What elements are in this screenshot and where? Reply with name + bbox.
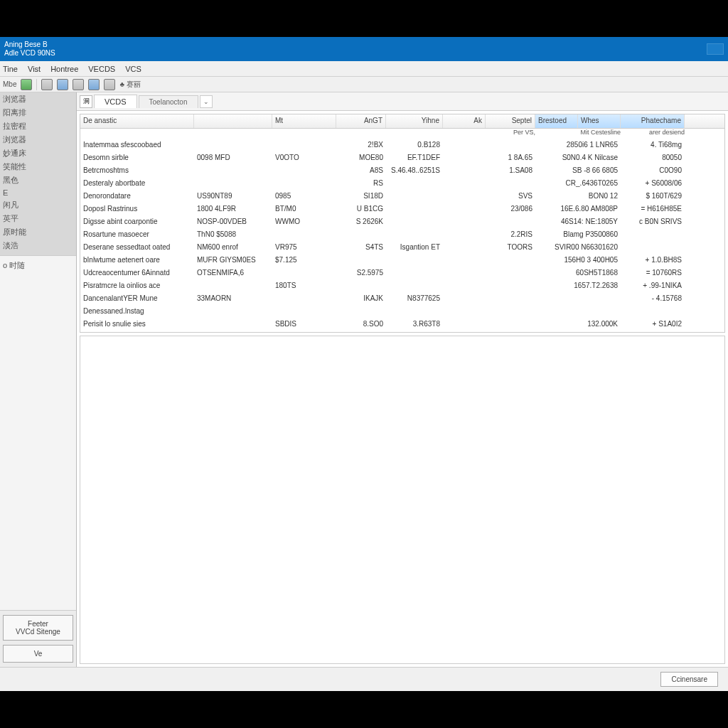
tab-secondary[interactable]: Toelanocton (139, 95, 198, 108)
cell: S 2626K (336, 217, 386, 230)
sidebar-lower-item[interactable]: o 时随 (0, 256, 76, 272)
sidebar-item[interactable]: 笑能性 (0, 160, 76, 173)
toolbar-icon[interactable] (21, 79, 32, 90)
cell: S2.5975 (336, 268, 386, 281)
table-row[interactable]: Desteraly abortbateRSCR_.6436T0265+ S600… (80, 178, 724, 191)
sidebar-spacer: o 时随 (0, 255, 76, 610)
sidebar-item[interactable]: E (0, 187, 76, 198)
table-row[interactable]: Perisit lo snulie siesSBDIS8.SO03.R63T81… (80, 319, 724, 332)
col-header[interactable]: AnGT (336, 114, 386, 128)
cell: BT/M0 (272, 204, 336, 217)
cell (194, 166, 272, 178)
table-row[interactable]: Inatemmaa sfescoobaed2!BX0.B1282850i6 1 … (80, 140, 724, 153)
ve-button[interactable]: Ve (3, 645, 73, 663)
cell (621, 242, 685, 255)
cell: Betrcmoshtms (80, 166, 194, 178)
cell: TOORS (486, 242, 535, 255)
table-row[interactable]: BetrcmoshtmsA8SS.46.48..6251S1.SA08SB -8… (80, 166, 724, 178)
col-header[interactable]: Ak (443, 114, 486, 128)
col-header[interactable]: Mt (272, 114, 336, 128)
col-header-hl[interactable]: Phatechame (621, 114, 685, 128)
cell: 1657.T2.2638 (535, 281, 621, 294)
cell: WWMO (272, 217, 336, 230)
cell (443, 306, 486, 319)
cell: = H616H85E (621, 204, 685, 217)
toolbar-icon[interactable] (73, 79, 84, 90)
table-row[interactable]: DancenalantYER Mune33MAORNIKAJKN8377625-… (80, 294, 724, 306)
menu-item[interactable]: Vist (28, 65, 41, 73)
table-row[interactable]: Pisratmcre la oinlios ace180TS1657.T2.26… (80, 281, 724, 294)
cell: US90NT89 (194, 191, 272, 204)
cell: RS (336, 178, 386, 191)
sidebar-item[interactable]: 阳离排 (0, 106, 76, 119)
cell (443, 281, 486, 294)
cell: DancenalantYER Mune (80, 294, 194, 306)
col-header[interactable]: Septel (486, 114, 535, 128)
col-header-hl[interactable]: Whes (578, 114, 621, 128)
table-row[interactable]: DenorondatareUS90NT890985SI18DSVSBON0 12… (80, 191, 724, 204)
menu-item[interactable]: VECDS (88, 65, 115, 73)
sidebar-item[interactable]: 英平 (0, 212, 76, 225)
sidebar-item[interactable]: 淡浩 (0, 239, 76, 252)
cell: 2850i6 1 LNR65 (535, 140, 621, 153)
menu-item[interactable]: VCS (125, 65, 141, 73)
col-header[interactable]: Yihne (386, 114, 443, 128)
sidebar-item[interactable]: 闲凡 (0, 198, 76, 212)
sidebar-item[interactable]: 原时能 (0, 225, 76, 239)
cell: SBDIS (272, 319, 336, 332)
settings-button[interactable]: Feeter VVCd Sitenge (3, 615, 73, 641)
toolbar-icon[interactable] (104, 79, 115, 90)
table-row[interactable]: Doposl Rastrinus1800 4LF9RBT/M0U B1CG23/… (80, 204, 724, 217)
cell: Inatemmaa sfescoobaed (80, 140, 194, 153)
sidebar-item[interactable]: 黑色 (0, 173, 76, 187)
menu-item[interactable]: Hontree (50, 65, 78, 73)
cell (443, 204, 486, 217)
table-row[interactable]: bInlwtume aetenert oareMUFR GIYSM0ES$7.1… (80, 255, 724, 268)
cell: 2.2RIS (486, 230, 535, 242)
menu-item[interactable]: Tine (3, 65, 18, 73)
cell (486, 319, 535, 332)
tab-home-icon[interactable]: 洞 (80, 95, 92, 108)
sidebar-item[interactable]: 浏览器 (0, 133, 76, 146)
table-row[interactable]: Deserane sessedtaot oatedNM600 enrofVR97… (80, 242, 724, 255)
cell (386, 255, 443, 268)
sidebar-item[interactable]: 妙通床 (0, 146, 76, 160)
table-row[interactable]: Digsse abint coarpontieNOSP-00VDEBWWMOS … (80, 217, 724, 230)
cell (486, 281, 535, 294)
cell (194, 319, 272, 332)
cell: c B0N SRIVS (621, 217, 685, 230)
window-button[interactable] (707, 43, 724, 55)
cell: 4. Ti68mg (621, 140, 685, 153)
app-window: Aning Bese B Adle VCD 90NS Tine Vist Hon… (0, 37, 728, 691)
col-header[interactable]: De anastic (80, 114, 194, 128)
sidebar-item[interactable]: 拉密程 (0, 119, 76, 133)
cell (443, 178, 486, 191)
cell (272, 140, 336, 153)
tab-vcds[interactable]: VCDS (94, 95, 137, 108)
table-row[interactable]: Udcreaocentumer 6AinnatdOTSENMIFA,6S2.59… (80, 268, 724, 281)
col-header[interactable] (194, 114, 272, 128)
table-row[interactable]: Desomn sirble0098 MFDV0OTOMOE80EF.T1DEF1… (80, 153, 724, 166)
footer-button[interactable]: Ccinensare (660, 672, 718, 687)
tab-dropdown-icon[interactable]: ⌄ (200, 95, 213, 108)
cell: Perisit lo snulie sies (80, 319, 194, 332)
table-row[interactable]: Denessaned.lnstag (80, 306, 724, 319)
cell (486, 217, 535, 230)
cell: OTSENMIFA,6 (194, 268, 272, 281)
toolbar-icon[interactable] (41, 79, 53, 90)
cell: Udcreaocentumer 6Ainnatd (80, 268, 194, 281)
main-panel: 洞 VCDS Toelanocton ⌄ De anastic Mt AnGT … (77, 92, 728, 667)
toolbar-icon[interactable] (88, 79, 100, 90)
cell: S.46.48..6251S (386, 166, 443, 178)
table-row[interactable]: Rosartune masoecerThN0 $50882.2RISBlamg … (80, 230, 724, 242)
toolbar-text: ♣ 赛丽 (119, 80, 140, 90)
cell (443, 153, 486, 166)
cell: - 4.15768 (621, 294, 685, 306)
col-header-hl[interactable]: Brestoed (535, 114, 578, 128)
toolbar-icon[interactable] (57, 79, 68, 90)
cell: + S6008/06 (621, 178, 685, 191)
cell: 2!BX (336, 140, 386, 153)
cell: NM600 enrof (194, 242, 272, 255)
sidebar-item[interactable]: 浏览器 (0, 92, 76, 106)
title-bar: Aning Bese B Adle VCD 90NS (0, 37, 728, 61)
